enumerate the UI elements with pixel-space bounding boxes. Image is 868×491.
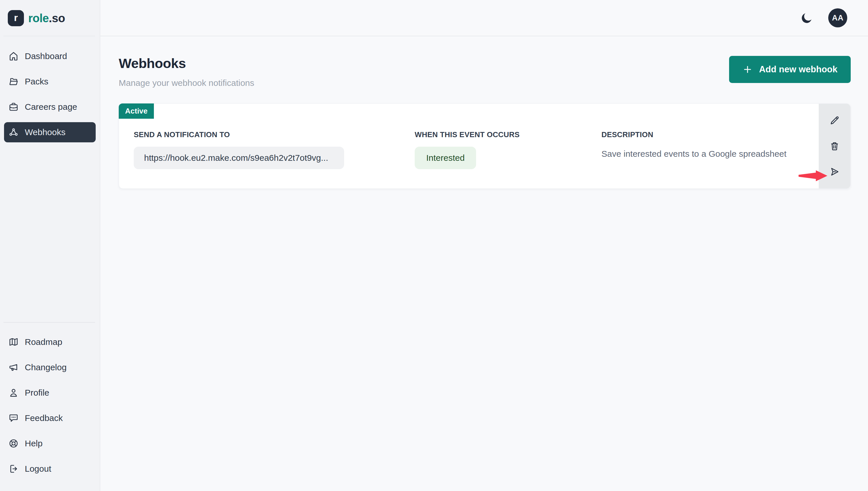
sidebar-item-label: Roadmap — [25, 337, 62, 347]
sidebar: r role.so Dashboard Packs Careers page — [0, 0, 100, 491]
logo-brand-text: role — [28, 12, 49, 25]
sidebar-item-profile[interactable]: Profile — [4, 383, 96, 403]
sidebar-item-help[interactable]: Help — [4, 433, 96, 454]
chat-bubble-icon — [8, 413, 19, 423]
add-new-webhook-label: Add new webhook — [759, 64, 837, 75]
dark-mode-toggle[interactable] — [800, 10, 814, 25]
event-label: WHEN THIS EVENT OCCURS — [415, 130, 602, 139]
sidebar-item-careers[interactable]: Careers page — [4, 97, 96, 117]
sidebar-footer-nav: Roadmap Changelog Profile Feedback Help — [0, 332, 100, 484]
notification-url-column: SEND A NOTIFICATION TO https://hook.eu2.… — [134, 130, 415, 169]
logo-tld-text: .so — [49, 12, 65, 25]
notification-url-label: SEND A NOTIFICATION TO — [134, 130, 415, 139]
sidebar-main-nav: Dashboard Packs Careers page Webhooks — [0, 46, 100, 147]
megaphone-icon — [8, 362, 19, 373]
sidebar-spacer — [0, 147, 100, 322]
add-new-webhook-button[interactable]: Add new webhook — [729, 56, 851, 83]
sidebar-item-label: Changelog — [25, 363, 66, 372]
logout-icon — [8, 464, 19, 474]
moon-icon — [801, 11, 813, 24]
delete-webhook-button[interactable] — [828, 139, 841, 153]
event-column: WHEN THIS EVENT OCCURS Interested — [415, 130, 602, 169]
sidebar-item-feedback[interactable]: Feedback — [4, 408, 96, 428]
sidebar-item-label: Logout — [25, 464, 51, 474]
sidebar-item-label: Packs — [25, 77, 49, 86]
webhook-card: Active SEND A NOTIFICATION TO https://ho… — [119, 104, 851, 189]
sidebar-item-logout[interactable]: Logout — [4, 459, 96, 479]
logo-mark: r — [8, 10, 24, 26]
description-value: Save interested events to a Google sprea… — [602, 149, 813, 159]
sidebar-item-label: Webhooks — [25, 127, 65, 137]
folder-icon — [8, 76, 19, 87]
sidebar-item-label: Dashboard — [25, 51, 67, 61]
sidebar-item-roadmap[interactable]: Roadmap — [4, 332, 96, 352]
logo-text: role.so — [28, 12, 65, 25]
page-title: Webhooks — [119, 55, 254, 71]
description-column: DESCRIPTION Save interested events to a … — [602, 130, 813, 169]
webhook-card-fields: SEND A NOTIFICATION TO https://hook.eu2.… — [134, 130, 813, 169]
page-heading-block: Webhooks Manage your webhook notificatio… — [119, 55, 254, 88]
trash-icon — [829, 141, 840, 151]
user-icon — [8, 387, 19, 398]
pencil-icon — [829, 115, 840, 126]
webhook-action-rail — [819, 104, 850, 189]
description-label: DESCRIPTION — [602, 130, 813, 139]
paper-plane-icon — [829, 166, 840, 177]
sidebar-item-label: Profile — [25, 388, 49, 398]
sidebar-item-packs[interactable]: Packs — [4, 71, 96, 92]
avatar[interactable]: AA — [828, 8, 847, 27]
main-content: Webhooks Manage your webhook notificatio… — [100, 36, 868, 491]
sidebar-item-dashboard[interactable]: Dashboard — [4, 46, 96, 66]
send-test-webhook-button[interactable] — [828, 165, 841, 179]
sidebar-item-label: Careers page — [25, 102, 77, 112]
webhook-icon — [8, 127, 19, 138]
map-icon — [8, 337, 19, 347]
sidebar-divider — [3, 322, 95, 323]
status-badge: Active — [119, 104, 154, 119]
topbar: AA — [100, 0, 868, 36]
event-badge: Interested — [415, 147, 476, 169]
notification-url-field[interactable]: https://hook.eu2.make.com/s9ea6h2v2t7ot9… — [134, 147, 344, 169]
sidebar-item-label: Help — [25, 438, 42, 449]
edit-webhook-button[interactable] — [828, 114, 841, 127]
logo[interactable]: r role.so — [0, 0, 100, 36]
sidebar-item-changelog[interactable]: Changelog — [4, 357, 96, 377]
lifebuoy-icon — [8, 438, 19, 449]
page-subtitle: Manage your webhook notifications — [119, 78, 254, 88]
sidebar-item-label: Feedback — [25, 413, 63, 423]
briefcase-icon — [8, 102, 19, 112]
sidebar-item-webhooks[interactable]: Webhooks — [4, 122, 96, 142]
plus-icon — [742, 64, 753, 75]
page-header: Webhooks Manage your webhook notificatio… — [119, 55, 851, 88]
home-icon — [8, 51, 19, 61]
